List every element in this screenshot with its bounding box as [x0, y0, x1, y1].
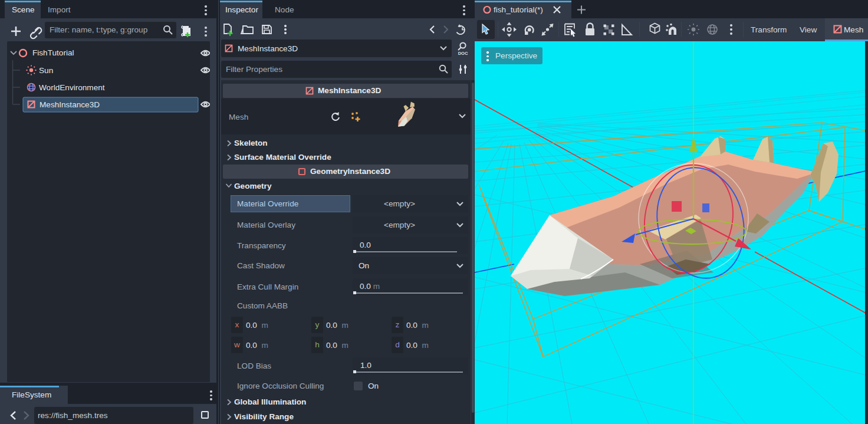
svg-text:DOC: DOC	[458, 51, 468, 56]
